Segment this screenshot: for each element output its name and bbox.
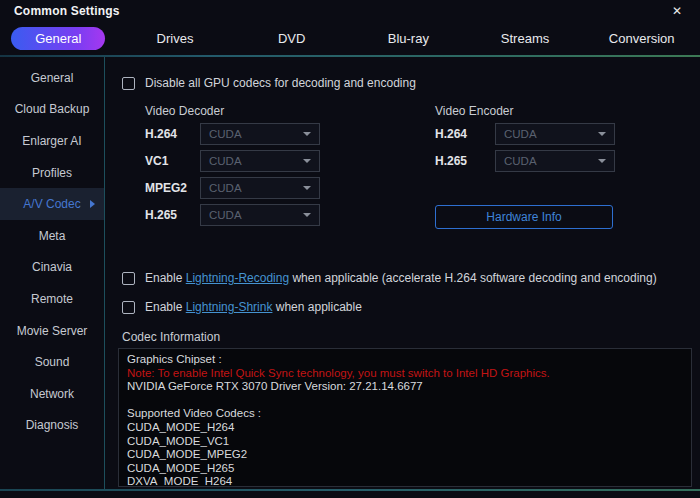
- lightning-shrink-label: Enable Lightning-Shrink when applicable: [145, 300, 362, 314]
- video-decoder-title: Video Decoder: [145, 104, 224, 118]
- chevron-down-icon: [303, 132, 311, 136]
- sidebar-item[interactable]: Diagnosis: [0, 410, 104, 442]
- codec-info-line: CUDA_MODE_VC1: [127, 435, 683, 449]
- sidebar-item-label: Cloud Backup: [15, 102, 90, 116]
- lightning-recoding-link[interactable]: Lightning-Recoding: [186, 271, 289, 285]
- codec-format-label: H.265: [145, 208, 200, 222]
- disable-gpu-row: Disable all GPU codecs for decoding and …: [122, 76, 416, 90]
- sidebar: General Cloud Backup Enlarger AI Profile…: [0, 57, 105, 489]
- tab-label: General: [11, 27, 105, 50]
- tab-label: Drives: [137, 27, 214, 50]
- tab[interactable]: Streams: [467, 22, 584, 55]
- codec-info-line: DXVA_MODE_H264: [127, 475, 683, 487]
- chevron-down-icon: [598, 159, 606, 163]
- codec-format-label: H.264: [435, 127, 495, 141]
- main-content: Disable all GPU codecs for decoding and …: [106, 57, 700, 489]
- tab[interactable]: Drives: [117, 22, 234, 55]
- lightning-shrink-link[interactable]: Lightning-Shrink: [186, 300, 273, 314]
- codec-info-line: CUDA_MODE_MPEG2: [127, 448, 683, 462]
- dropdown-value: CUDA: [504, 128, 537, 140]
- video-encoder-rows: H.264 CUDA H.265 CUDA: [435, 123, 615, 177]
- sidebar-item[interactable]: Movie Server: [0, 315, 104, 347]
- sidebar-item[interactable]: Cloud Backup: [0, 94, 104, 126]
- tab[interactable]: Blu-ray: [350, 22, 467, 55]
- sidebar-item-label: Enlarger AI: [22, 134, 81, 148]
- tab-bar: General Drives DVD Blu-ray Streams Conve…: [0, 22, 700, 55]
- label-suffix: when applicable: [272, 300, 361, 314]
- sidebar-item[interactable]: Cinavia: [0, 252, 104, 284]
- sidebar-item-label: A/V Codec: [23, 197, 80, 211]
- codec-information-box[interactable]: Graphics Chipset : Note: To enable Intel…: [118, 348, 692, 487]
- sidebar-item-label: Remote: [31, 292, 73, 306]
- codec-format-label: MPEG2: [145, 181, 200, 195]
- dropdown-value: CUDA: [209, 209, 242, 221]
- codec-format-label: H.265: [435, 154, 495, 168]
- chevron-down-icon: [598, 132, 606, 136]
- title-bar: Common Settings ✕: [0, 0, 700, 22]
- lightning-shrink-checkbox[interactable]: [122, 301, 135, 314]
- tab-label: Conversion: [589, 27, 695, 50]
- decoder-dropdown[interactable]: CUDA: [200, 177, 320, 199]
- label-prefix: Enable: [145, 300, 186, 314]
- codec-format-label: VC1: [145, 154, 200, 168]
- sidebar-item[interactable]: General: [0, 62, 104, 94]
- lightning-recoding-checkbox[interactable]: [122, 272, 135, 285]
- sidebar-item-label: Cinavia: [32, 260, 72, 274]
- codec-info-line: CUDA_MODE_H265: [127, 462, 683, 476]
- codec-info-line: Supported Video Codecs :: [127, 407, 683, 421]
- sidebar-item[interactable]: Profiles: [0, 157, 104, 189]
- sidebar-item-label: Network: [30, 387, 74, 401]
- label-prefix: Enable: [145, 271, 186, 285]
- video-encoder-title: Video Encoder: [435, 104, 514, 118]
- sidebar-item[interactable]: Meta: [0, 220, 104, 252]
- chevron-right-icon: [90, 200, 95, 208]
- common-settings-window: Common Settings ✕ General Drives DVD Blu…: [0, 0, 700, 498]
- encoder-dropdown[interactable]: CUDA: [495, 123, 615, 145]
- sidebar-item-label: Movie Server: [17, 324, 88, 338]
- sidebar-item[interactable]: A/V Codec: [0, 188, 104, 220]
- label-suffix: when applicable (accelerate H.264 softwa…: [289, 271, 657, 285]
- sidebar-item-label: Meta: [39, 229, 66, 243]
- tab-label: Streams: [481, 27, 569, 50]
- sidebar-item-label: Sound: [35, 355, 70, 369]
- window-bottom-border: [0, 489, 700, 491]
- decoder-row: MPEG2 CUDA: [145, 177, 320, 199]
- sidebar-item[interactable]: Sound: [0, 346, 104, 378]
- dropdown-value: CUDA: [209, 128, 242, 140]
- dropdown-value: CUDA: [209, 155, 242, 167]
- sidebar-item[interactable]: Network: [0, 378, 104, 410]
- encoder-dropdown[interactable]: CUDA: [495, 150, 615, 172]
- decoder-dropdown[interactable]: CUDA: [200, 123, 320, 145]
- close-icon[interactable]: ✕: [668, 3, 686, 19]
- decoder-dropdown[interactable]: CUDA: [200, 204, 320, 226]
- tab[interactable]: General: [0, 22, 117, 55]
- decoder-row: H.265 CUDA: [145, 204, 320, 226]
- sidebar-item[interactable]: Enlarger AI: [0, 125, 104, 157]
- codec-info-line: Graphics Chipset :: [127, 353, 683, 367]
- codec-info-line: NVIDIA GeForce RTX 3070 Driver Version: …: [127, 380, 683, 394]
- tab-label: DVD: [258, 27, 325, 50]
- lightning-shrink-row: Enable Lightning-Shrink when applicable: [122, 300, 362, 314]
- chevron-down-icon: [303, 186, 311, 190]
- lightning-recoding-label: Enable Lightning-Recoding when applicabl…: [145, 271, 657, 285]
- decoder-dropdown[interactable]: CUDA: [200, 150, 320, 172]
- window-title: Common Settings: [14, 4, 120, 18]
- tab[interactable]: DVD: [233, 22, 350, 55]
- sidebar-item[interactable]: Remote: [0, 283, 104, 315]
- codec-format-label: H.264: [145, 127, 200, 141]
- disable-gpu-checkbox[interactable]: [122, 77, 135, 90]
- codec-info-line: CUDA_MODE_H264: [127, 421, 683, 435]
- tab-label: Blu-ray: [368, 27, 449, 50]
- chevron-down-icon: [303, 213, 311, 217]
- codec-info-line: [127, 394, 683, 408]
- dropdown-value: CUDA: [504, 155, 537, 167]
- codec-info-line: Note: To enable Intel Quick Sync technol…: [127, 367, 683, 381]
- decoder-row: VC1 CUDA: [145, 150, 320, 172]
- encoder-row: H.264 CUDA: [435, 123, 615, 145]
- lightning-recoding-row: Enable Lightning-Recoding when applicabl…: [122, 271, 657, 285]
- hardware-info-button[interactable]: Hardware Info: [435, 205, 613, 229]
- decoder-row: H.264 CUDA: [145, 123, 320, 145]
- sidebar-item-label: General: [31, 71, 74, 85]
- video-decoder-rows: H.264 CUDA VC1 CUDA MPEG2: [145, 123, 320, 231]
- tab[interactable]: Conversion: [583, 22, 700, 55]
